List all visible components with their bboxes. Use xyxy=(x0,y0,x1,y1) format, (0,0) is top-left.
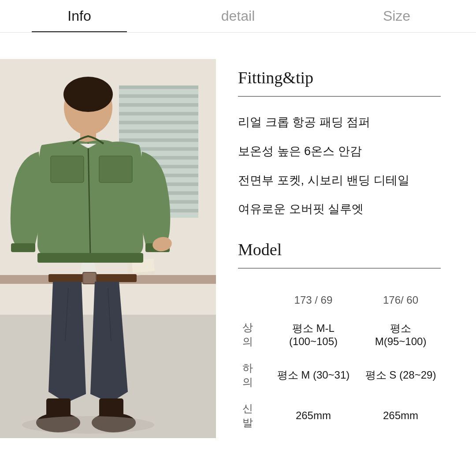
table-cell-value: 평소 S (28~29) xyxy=(361,355,441,395)
table-header-row: 173 / 69 176/ 60 xyxy=(238,286,441,312)
svg-rect-32 xyxy=(83,272,96,284)
list-item: 여유로운 오버핏 실루엣 xyxy=(238,201,441,218)
table-cell-value: 265mm xyxy=(361,395,441,436)
table-cell-value: 평소 M (30~31) xyxy=(266,355,361,395)
table-row: 신발 265mm 265mm xyxy=(238,395,441,436)
fitting-tips-list: 리얼 크롭 항공 패딩 점퍼 보온성 높은 6온스 안감 전면부 포켓, 시보리… xyxy=(238,114,441,218)
table-row: 하의 평소 M (30~31) 평소 S (28~29) xyxy=(238,355,441,395)
list-item: 리얼 크롭 항공 패딩 점퍼 xyxy=(238,114,441,131)
main-content: Fitting&tip 리얼 크롭 항공 패딩 점퍼 보온성 높은 6온스 안감… xyxy=(0,33,476,476)
tab-info-label: Info xyxy=(67,8,91,24)
tab-detail[interactable]: detail xyxy=(159,0,317,32)
image-section xyxy=(0,59,216,458)
table-header-empty xyxy=(238,286,266,312)
model-section: Model 173 / 69 176/ 60 상의 평소 M-L (100~10… xyxy=(238,240,441,436)
model-divider xyxy=(238,268,441,268)
svg-rect-6 xyxy=(119,103,198,107)
table-cell-value: 평소 M(95~100) xyxy=(361,312,441,355)
model-table: 173 / 69 176/ 60 상의 평소 M-L (100~105) 평소 … xyxy=(238,286,441,436)
table-header-col2: 176/ 60 xyxy=(361,286,441,312)
svg-rect-7 xyxy=(119,112,198,115)
svg-point-23 xyxy=(63,77,113,112)
svg-rect-8 xyxy=(119,121,198,124)
svg-rect-10 xyxy=(119,138,198,142)
product-image xyxy=(0,59,216,438)
tab-navigation: Info detail Size xyxy=(0,0,476,33)
model-title: Model xyxy=(238,240,441,259)
info-section: Fitting&tip 리얼 크롭 항공 패딩 점퍼 보온성 높은 6온스 안감… xyxy=(216,59,458,458)
tab-size-label: Size xyxy=(383,8,410,24)
list-item: 보온성 높은 6온스 안감 xyxy=(238,143,441,160)
svg-rect-5 xyxy=(119,94,198,98)
svg-rect-28 xyxy=(11,243,35,252)
svg-rect-30 xyxy=(37,253,143,263)
tab-size[interactable]: Size xyxy=(317,0,476,32)
svg-point-40 xyxy=(22,416,154,434)
svg-rect-25 xyxy=(51,156,84,182)
svg-rect-4 xyxy=(119,86,198,89)
table-header-col1: 173 / 69 xyxy=(266,286,361,312)
tab-detail-label: detail xyxy=(221,8,255,24)
table-cell-value: 265mm xyxy=(266,395,361,436)
tab-info[interactable]: Info xyxy=(0,0,159,32)
table-row: 상의 평소 M-L (100~105) 평소 M(95~100) xyxy=(238,312,441,355)
svg-rect-26 xyxy=(99,156,132,182)
fitting-divider xyxy=(238,96,441,97)
svg-rect-9 xyxy=(119,130,198,133)
list-item: 전면부 포켓, 시보리 밴딩 디테일 xyxy=(238,172,441,189)
table-cell-label: 신발 xyxy=(238,395,266,436)
table-cell-label: 하의 xyxy=(238,355,266,395)
fitting-title: Fitting&tip xyxy=(238,68,441,87)
table-cell-value: 평소 M-L (100~105) xyxy=(266,312,361,355)
table-cell-label: 상의 xyxy=(238,312,266,355)
